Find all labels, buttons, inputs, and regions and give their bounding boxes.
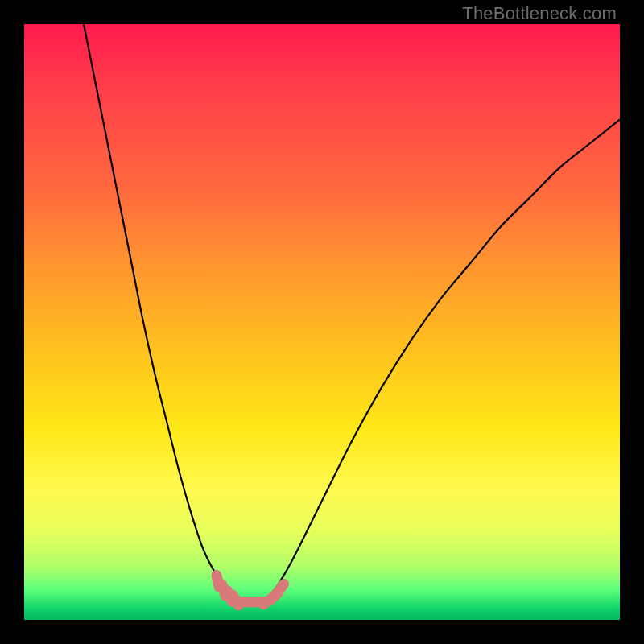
right-curve [262, 119, 620, 601]
plot-area [24, 24, 620, 620]
curve-layer [24, 24, 620, 620]
chart-frame: TheBottleneck.com [0, 0, 644, 644]
left-curve [84, 24, 238, 602]
watermark-text: TheBottleneck.com [462, 3, 617, 24]
minimum-markers [210, 569, 291, 613]
